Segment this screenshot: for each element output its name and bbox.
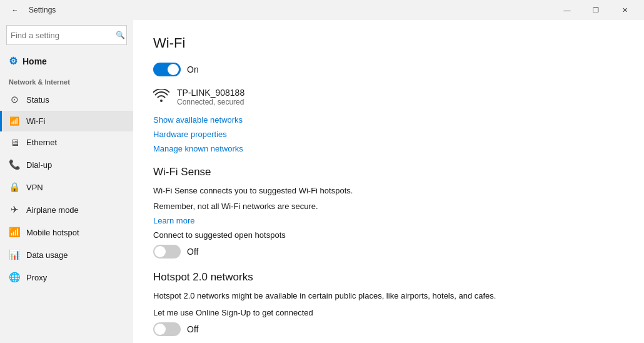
online-signup-thumb — [154, 324, 166, 335]
online-signup-row: Off — [153, 322, 624, 336]
titlebar: ← Settings — ❐ ✕ — [0, 0, 644, 20]
sidebar-item-wifi[interactable]: 📶 Wi-Fi — [0, 111, 133, 131]
maximize-icon: ❐ — [593, 6, 599, 14]
app-body: 🔍 ⚙ Home Network & Internet ⊙ Status 📶 W… — [0, 20, 644, 343]
wifi-info: TP-LINK_908188 Connected, secured — [177, 88, 244, 106]
sidebar-item-airplane[interactable]: ✈ Airplane mode — [0, 198, 133, 221]
sidebar-item-dialup[interactable]: 📞 Dial-up — [0, 153, 133, 176]
sidebar-item-hotspot[interactable]: 📶 Mobile hotspot — [0, 221, 133, 243]
search-input[interactable] — [11, 31, 116, 40]
back-button[interactable]: ← — [5, 0, 25, 20]
hotspot-icon: 📶 — [9, 227, 20, 238]
search-box[interactable]: 🔍 — [6, 25, 127, 45]
back-icon: ← — [12, 6, 19, 14]
sidebar-item-label: Dial-up — [26, 160, 52, 170]
hardware-properties-link[interactable]: Hardware properties — [153, 130, 624, 139]
vpn-icon: 🔒 — [9, 182, 20, 193]
wifi-sense-desc: Wi-Fi Sense connects you to suggested Wi… — [153, 186, 624, 195]
wifi-connected-icon — [153, 89, 169, 106]
page-title: Wi-Fi — [153, 35, 624, 51]
sidebar: 🔍 ⚙ Home Network & Internet ⊙ Status 📶 W… — [0, 20, 133, 343]
maximize-button[interactable]: ❐ — [581, 0, 610, 20]
wifi-sense-section: Wi-Fi Sense Wi-Fi Sense connects you to … — [153, 166, 624, 259]
sidebar-item-vpn[interactable]: 🔒 VPN — [0, 176, 133, 198]
status-icon: ⊙ — [9, 94, 20, 105]
connect-hotspots-toggle[interactable] — [153, 245, 181, 259]
wifi-toggle-row: On — [153, 63, 624, 76]
connect-hotspots-row: Off — [153, 245, 624, 259]
connect-hotspots-toggle-label: Off — [187, 247, 198, 257]
sidebar-item-label: Wi-Fi — [26, 116, 45, 126]
sidebar-item-label: Mobile hotspot — [26, 228, 79, 237]
online-signup-toggle-label: Off — [187, 324, 198, 334]
sidebar-item-label: VPN — [26, 183, 43, 192]
sidebar-item-ethernet[interactable]: 🖥 Ethernet — [0, 131, 133, 153]
content-area: Wi-Fi On TP-LINK_908188 Connected, secur… — [133, 20, 644, 343]
ethernet-icon: 🖥 — [9, 137, 20, 148]
sidebar-section-label: Network & Internet — [0, 72, 133, 88]
titlebar-left: ← Settings — [5, 0, 56, 20]
data-icon: 📊 — [9, 249, 20, 260]
close-icon: ✕ — [622, 6, 628, 14]
manage-networks-link[interactable]: Manage known networks — [153, 144, 624, 153]
wifi-toggle-label: On — [187, 64, 199, 74]
hotspot20-title: Hotspot 2.0 networks — [153, 271, 624, 284]
proxy-icon: 🌐 — [9, 272, 20, 283]
minimize-button[interactable]: — — [553, 0, 581, 20]
home-label: Home — [23, 56, 47, 66]
close-button[interactable]: ✕ — [610, 0, 639, 20]
window-title: Settings — [29, 6, 56, 14]
window-controls: — ❐ ✕ — [553, 0, 639, 20]
minimize-icon: — — [564, 6, 571, 14]
search-icon: 🔍 — [116, 31, 125, 39]
sidebar-item-label: Proxy — [26, 273, 47, 282]
airplane-icon: ✈ — [9, 204, 20, 215]
connected-network: TP-LINK_908188 Connected, secured — [153, 88, 624, 106]
sidebar-item-label: Ethernet — [26, 138, 57, 147]
sidebar-home[interactable]: ⚙ Home — [0, 50, 133, 72]
sidebar-item-status[interactable]: ⊙ Status — [0, 88, 133, 111]
hotspot20-desc: Hotspot 2.0 networks might be available … — [153, 291, 624, 300]
sidebar-item-label: Status — [26, 95, 49, 105]
network-status: Connected, secured — [177, 98, 244, 106]
connect-hotspots-label: Connect to suggested open hotspots — [153, 230, 624, 240]
sidebar-item-proxy[interactable]: 🌐 Proxy — [0, 266, 133, 289]
sidebar-item-label: Data usage — [26, 250, 68, 260]
hotspot20-section: Hotspot 2.0 networks Hotspot 2.0 network… — [153, 271, 624, 343]
wifi-icon: 📶 — [9, 116, 20, 126]
learn-more-link[interactable]: Learn more — [153, 216, 624, 225]
sidebar-item-data[interactable]: 📊 Data usage — [0, 243, 133, 266]
online-signup-label: Let me use Online Sign-Up to get connect… — [153, 308, 624, 317]
wifi-toggle-thumb — [168, 64, 179, 75]
wifi-sense-note: Remember, not all Wi-Fi networks are sec… — [153, 202, 624, 211]
gear-icon: ⚙ — [9, 55, 18, 67]
wifi-toggle[interactable] — [153, 63, 181, 76]
sidebar-item-label: Airplane mode — [26, 205, 79, 215]
connect-hotspots-thumb — [154, 246, 166, 257]
dialup-icon: 📞 — [9, 159, 20, 170]
network-name: TP-LINK_908188 — [177, 88, 244, 98]
show-networks-link[interactable]: Show available networks — [153, 115, 624, 125]
online-signup-toggle[interactable] — [153, 322, 181, 336]
wifi-sense-title: Wi-Fi Sense — [153, 166, 624, 178]
